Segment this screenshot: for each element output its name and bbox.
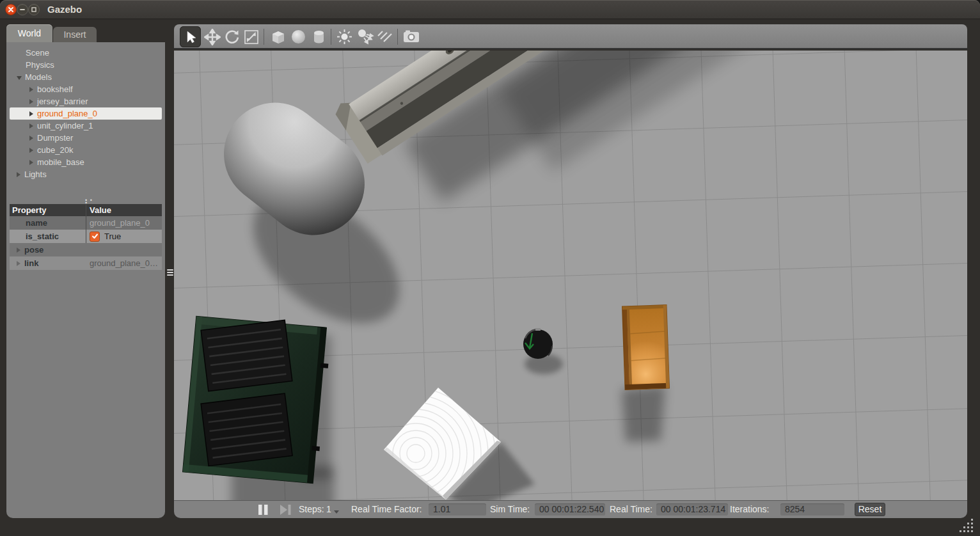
translate-tool-button[interactable]: [203, 28, 221, 46]
tree-item-scene[interactable]: Scene: [26, 47, 49, 59]
directional-light-icon: [376, 28, 394, 45]
property-column-header: Property: [12, 205, 46, 215]
rotate-arrows-icon: [224, 29, 241, 45]
scale-tool-button[interactable]: [242, 28, 260, 46]
tree-item-lights[interactable]: Lights: [17, 168, 47, 180]
column-divider[interactable]: [86, 204, 86, 216]
sim-time-field[interactable]: 00 00:01:22.540: [535, 503, 605, 516]
render-viewport[interactable]: [174, 51, 967, 500]
tree-item-models[interactable]: Models: [17, 71, 52, 83]
screenshot-button[interactable]: [402, 28, 420, 46]
real-time-field[interactable]: 00 00:01:23.714: [656, 503, 728, 516]
insert-cylinder-button[interactable]: [310, 28, 328, 46]
tab-insert[interactable]: Insert: [53, 27, 97, 42]
tree-item-jersey-barrier[interactable]: jersey_barrier: [29, 95, 88, 107]
minimize-icon: [19, 6, 26, 13]
box-icon: [269, 28, 287, 45]
cursor-arrow-icon: [184, 30, 198, 44]
rtf-field[interactable]: 1.01: [429, 503, 486, 516]
model-jersey-barrier[interactable]: [332, 51, 762, 254]
collapsed-arrow-icon[interactable]: [17, 248, 20, 253]
steps-spinner-arrow[interactable]: [334, 510, 339, 514]
tree-item-unit-cylinder-1[interactable]: unit_cylinder_1: [29, 120, 93, 132]
tree-item-mobile-base[interactable]: mobile_base: [29, 156, 84, 168]
collapsed-arrow-icon[interactable]: [29, 136, 33, 141]
property-row-is-static[interactable]: is_static True: [10, 230, 162, 243]
pause-button[interactable]: [258, 505, 269, 517]
property-row-name[interactable]: name ground_plane_0: [10, 216, 162, 230]
spot-light-icon: [356, 28, 374, 45]
property-grid-header: Property Value: [10, 204, 162, 216]
property-value-name: ground_plane_0: [90, 218, 150, 228]
steps-value[interactable]: 1: [326, 504, 331, 514]
cylinder-icon: [310, 28, 328, 45]
select-tool-button[interactable]: [180, 26, 201, 47]
tree-item-cube-20k[interactable]: cube_20k: [29, 144, 73, 156]
point-light-button[interactable]: [335, 28, 354, 46]
close-button[interactable]: [5, 4, 17, 15]
insert-sphere-button[interactable]: [289, 28, 308, 46]
simulation-statusbar: Steps: 1 Real Time Factor: 1.01 Sim Time…: [174, 500, 967, 518]
collapsed-arrow-icon[interactable]: [29, 160, 33, 165]
property-row-link[interactable]: link ground_plane_0…: [10, 256, 162, 270]
camera-icon: [402, 28, 420, 45]
maximize-button[interactable]: [28, 4, 40, 15]
step-forward-icon: [280, 505, 292, 515]
tree-item-dumpster[interactable]: Dumpster: [29, 132, 73, 144]
property-row-pose[interactable]: pose: [10, 243, 162, 256]
close-icon: [8, 6, 14, 13]
tree-item-bookshelf[interactable]: bookshelf: [29, 83, 73, 95]
world-panel: Scene Physics Models bookshelf jersey_ba…: [6, 42, 165, 518]
rtf-label: Real Time Factor:: [351, 504, 422, 514]
expanded-arrow-icon[interactable]: [17, 76, 22, 80]
panel-splitter-handle[interactable]: [166, 268, 174, 277]
scale-arrows-icon: [243, 29, 260, 45]
titlebar: Gazebo: [0, 0, 980, 19]
insert-box-button[interactable]: [269, 28, 287, 46]
sphere-icon: [290, 28, 307, 45]
pause-icon: [258, 505, 269, 515]
property-value-is-static: True: [104, 232, 121, 241]
bookshelf-shadow: [622, 386, 665, 442]
gazebo-window: Gazebo World Insert Scene Physics Models…: [0, 0, 980, 536]
render-toolbar: [174, 24, 967, 49]
collapsed-arrow-icon[interactable]: [17, 172, 20, 177]
toolbar-separator: [331, 29, 331, 45]
sim-time-label: Sim Time:: [490, 504, 530, 514]
resize-grip[interactable]: [958, 519, 975, 533]
scene-canvas[interactable]: [174, 51, 967, 500]
point-light-icon: [336, 28, 353, 45]
property-value-link: ground_plane_0…: [90, 258, 158, 268]
collapsed-arrow-icon[interactable]: [29, 123, 33, 129]
render-pane: Steps: 1 Real Time Factor: 1.01 Sim Time…: [174, 24, 967, 518]
spot-light-button[interactable]: [356, 28, 374, 46]
minimize-button[interactable]: [17, 4, 28, 15]
model-dumpster[interactable]: [180, 312, 332, 484]
real-time-label: Real Time:: [610, 504, 652, 514]
collapsed-arrow-icon[interactable]: [29, 87, 33, 92]
collapsed-arrow-icon[interactable]: [17, 261, 20, 266]
rotate-tool-button[interactable]: [223, 28, 241, 46]
value-column-header: Value: [90, 205, 111, 215]
maximize-icon: [31, 6, 37, 13]
step-button[interactable]: [280, 505, 292, 517]
iterations-field[interactable]: 8254: [780, 503, 844, 516]
window-title: Gazebo: [47, 4, 82, 15]
tree-item-ground-plane-0[interactable]: ground_plane_0: [10, 107, 162, 120]
collapsed-arrow-icon[interactable]: [29, 111, 33, 116]
directional-light-button[interactable]: [375, 28, 394, 46]
screen: Gazebo World Insert Scene Physics Models…: [0, 0, 980, 536]
collapsed-arrow-icon[interactable]: [29, 99, 33, 104]
column-resize-handle[interactable]: • • •: [85, 199, 94, 201]
iterations-label: Iterations:: [730, 504, 769, 514]
toolbar-separator: [397, 29, 398, 45]
tree-item-physics[interactable]: Physics: [26, 59, 54, 71]
model-bookshelf[interactable]: [622, 305, 669, 390]
toolbar-separator: [264, 29, 264, 45]
is-static-checkbox[interactable]: [90, 232, 100, 242]
steps-label: Steps:: [299, 504, 324, 514]
reset-button[interactable]: Reset: [855, 503, 885, 516]
collapsed-arrow-icon[interactable]: [29, 148, 33, 153]
model-mobile-base[interactable]: [523, 328, 553, 359]
tab-world[interactable]: World: [6, 24, 52, 42]
